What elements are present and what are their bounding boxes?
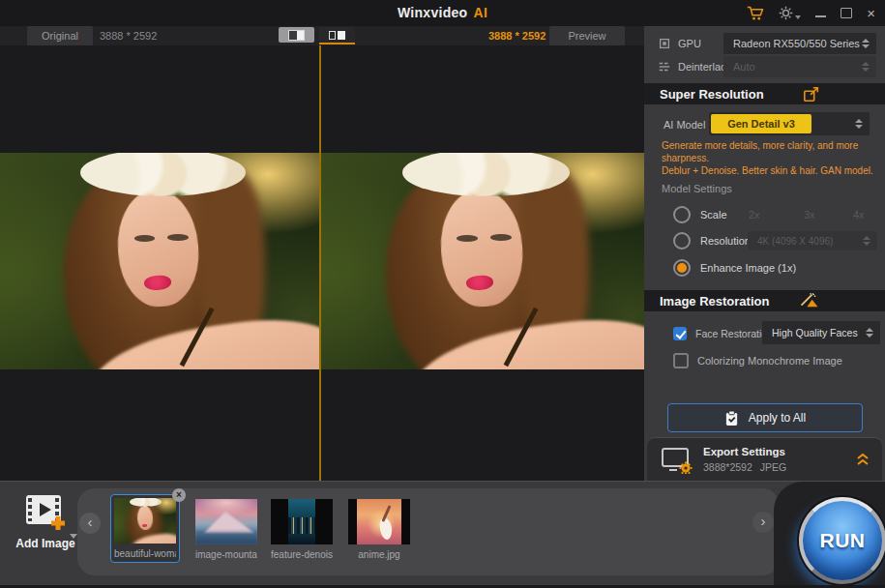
cart-icon[interactable] — [747, 6, 764, 20]
compare-view-icon — [329, 31, 345, 40]
close-button[interactable]: × — [867, 6, 875, 20]
media-tray: ‹ beautiful-woman- × image-mountain.j fe… — [77, 488, 780, 575]
thumbnail-label: beautiful-woman- — [114, 548, 176, 559]
updown-chevron-icon — [862, 39, 870, 48]
tray-scroll-left-button[interactable]: ‹ — [79, 513, 101, 534]
preview-photo — [321, 153, 644, 369]
preview-image-pane[interactable] — [321, 153, 644, 369]
ai-model-badge: Gen Detail v3 — [711, 114, 811, 133]
scale-option-row: Scale — [673, 206, 727, 223]
gear-icon[interactable] — [779, 6, 801, 20]
updown-chevron-icon — [866, 328, 873, 338]
tab-original[interactable]: Original — [27, 26, 93, 45]
remove-thumbnail-button[interactable]: × — [172, 488, 186, 502]
super-resolution-header: Super Resolution — [644, 83, 885, 104]
image-restoration-header: Image Restoration — [644, 290, 885, 311]
updown-chevron-icon — [855, 119, 863, 129]
winxvideo-ai-window: WinxvideoAI × Original 3888 * 2592 — [0, 0, 885, 588]
face-restoration-select[interactable]: High Quality Faces — [762, 321, 880, 344]
ai-model-row: AI Model — [664, 115, 705, 134]
model-description: Generate more details, more clarity, and… — [662, 139, 876, 177]
app-title-main: Winxvideo — [398, 5, 468, 20]
image-restoration-icon[interactable] — [799, 292, 820, 312]
scale-label: Scale — [700, 209, 727, 220]
ai-model-select[interactable]: Gen Detail v3 — [709, 112, 870, 135]
add-image-button[interactable]: Add Image — [8, 493, 83, 550]
deinterlacing-select[interactable]: Auto — [723, 56, 876, 77]
footer-bar: Add Image ‹ beautiful-woman- × image-mou… — [0, 481, 885, 588]
model-description-line2: Deblur + Denoise. Better skin & hair. GA… — [662, 164, 876, 177]
viewer-tabstrip: Original 3888 * 2592 3888 * 2592 Preview — [0, 26, 644, 45]
tab-preview[interactable]: Preview — [549, 26, 625, 45]
result-size-label: 3888 * 2592 — [488, 26, 546, 45]
add-image-caret-icon — [70, 534, 77, 539]
scale-2x-option[interactable]: 2x — [749, 209, 760, 220]
face-restoration-row: Face Restoration — [673, 322, 773, 345]
original-photo — [0, 153, 319, 369]
thumbnail-image — [348, 499, 410, 544]
super-resolution-icon[interactable] — [803, 85, 820, 106]
expand-up-icon[interactable] — [855, 452, 870, 470]
enhance-option-row: Enhance Image (1x) — [673, 259, 796, 277]
settings-panel: GPU Radeon RX550/550 Series Deinterlacin… — [644, 26, 885, 481]
export-size: 3888*2592 — [703, 461, 752, 473]
enhance-label: Enhance Image (1x) — [700, 262, 796, 274]
scale-4x-option[interactable]: 4x — [853, 209, 865, 220]
tray-scroll-right-button[interactable]: › — [752, 512, 774, 533]
colorizing-checkbox[interactable] — [673, 353, 689, 368]
resolution-label: Resolution — [700, 235, 751, 247]
resolution-value: 4K (4096 X 4096) — [757, 236, 833, 247]
thumbnail-label: feature-denoise-i — [271, 549, 333, 560]
gear-caret-icon — [795, 15, 801, 19]
split-view-button[interactable] — [279, 27, 314, 43]
clipboard-check-icon — [724, 410, 739, 426]
face-restoration-checkbox[interactable] — [673, 327, 687, 340]
scale-3x-option[interactable]: 3x — [804, 209, 815, 220]
apply-to-all-button[interactable]: Apply to All — [667, 403, 863, 432]
thumbnail-image-mountain[interactable]: image-mountain.j — [195, 499, 257, 560]
view-mode-toggle — [279, 27, 355, 44]
compare-canvas — [0, 45, 644, 481]
original-size-label: 3888 * 2592 — [100, 26, 157, 45]
enhance-radio[interactable] — [673, 259, 691, 277]
gpu-chip-icon — [658, 37, 671, 50]
colorizing-label: Colorizing Monochrome Image — [697, 355, 842, 367]
model-settings-title: Model Settings — [662, 183, 732, 194]
resolution-option-row: Resolution — [673, 232, 751, 250]
scale-radio[interactable] — [673, 206, 691, 223]
image-restoration-title: Image Restoration — [660, 294, 769, 309]
run-button-label: RUN — [820, 529, 866, 552]
maximize-button[interactable] — [841, 8, 852, 18]
thumbnail-label: image-mountain.j — [195, 549, 257, 560]
thumbnail-anime[interactable]: anime.jpg — [348, 499, 410, 560]
updown-chevron-icon — [863, 236, 870, 246]
gpu-row: GPU — [658, 33, 701, 54]
face-restoration-label: Face Restoration — [695, 328, 773, 339]
gpu-value: Radeon RX550/550 Series — [733, 38, 860, 49]
thumbnail-beautiful-woman[interactable]: beautiful-woman- × — [110, 494, 180, 563]
export-format: JPEG — [760, 461, 786, 473]
super-resolution-title: Super Resolution — [660, 87, 764, 102]
add-image-icon — [23, 493, 68, 530]
gpu-select[interactable]: Radeon RX550/550 Series — [723, 33, 876, 54]
export-settings-bar[interactable]: Export Settings 3888*2592 JPEG — [647, 437, 882, 482]
colorizing-row: Colorizing Monochrome Image — [673, 352, 842, 369]
gpu-label: GPU — [678, 38, 701, 49]
deinterlacing-icon — [658, 60, 671, 74]
model-description-line1: Generate more details, more clarity, and… — [662, 139, 876, 164]
original-image-pane[interactable] — [0, 153, 319, 369]
thumbnail-image — [271, 499, 333, 544]
compare-view-button[interactable] — [319, 27, 355, 44]
run-button[interactable]: RUN — [799, 497, 885, 584]
thumbnail-image — [114, 498, 176, 544]
deinterlacing-value: Auto — [733, 61, 755, 73]
export-settings-title: Export Settings — [703, 446, 785, 457]
titlebar: WinxvideoAI × — [0, 0, 885, 26]
resolution-radio[interactable] — [673, 232, 691, 250]
ai-model-label: AI Model — [664, 119, 705, 131]
apply-to-all-label: Apply to All — [749, 411, 806, 425]
minimize-button[interactable] — [815, 10, 826, 17]
thumbnail-feature-denoise[interactable]: feature-denoise-i — [271, 499, 333, 560]
resolution-select[interactable]: 4K (4096 X 4096) — [748, 231, 877, 250]
updown-chevron-icon — [862, 62, 870, 72]
